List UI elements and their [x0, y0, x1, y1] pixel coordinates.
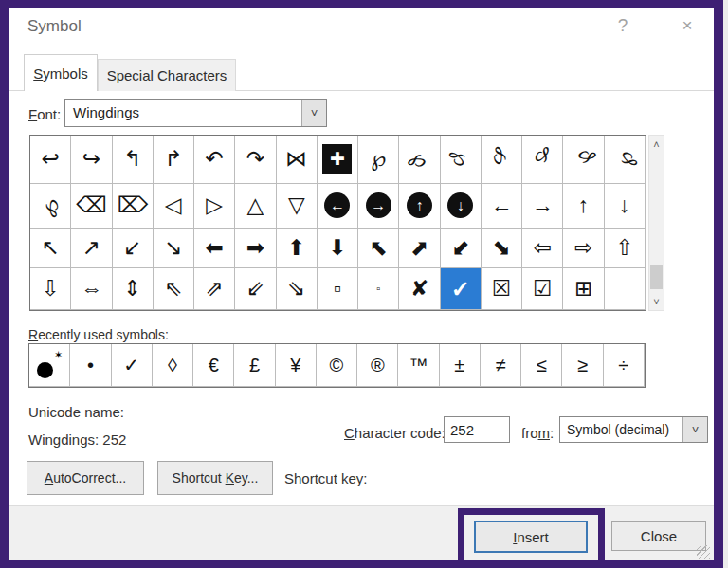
symbol-cell[interactable]: ↩	[30, 136, 71, 184]
recent-symbol-cell[interactable]: £	[234, 344, 275, 387]
unicode-name-label: Unicode name:	[28, 404, 124, 420]
symbol-cell[interactable]: ←	[318, 184, 358, 229]
symbol-cell[interactable]: ⬆	[277, 229, 318, 269]
symbol-cell[interactable]: ⬅	[194, 229, 235, 269]
symbol-cell[interactable]	[605, 268, 646, 310]
symbol-cell[interactable]: ▫	[318, 268, 358, 310]
help-icon[interactable]: ?	[609, 15, 637, 36]
symbol-cell[interactable]: ⇦	[522, 229, 563, 269]
character-code-input[interactable]	[444, 416, 510, 443]
scrollbar-thumb[interactable]	[650, 265, 663, 289]
recent-symbol-cell[interactable]: ≤	[521, 344, 562, 387]
symbol-cell[interactable]: ↖	[30, 229, 71, 269]
symbol-cell[interactable]: ⇨	[563, 229, 604, 269]
symbol-cell[interactable]: ℘	[358, 136, 399, 184]
symbol-cell[interactable]: ↪	[71, 136, 112, 184]
symbol-cell[interactable]: ⇧	[605, 229, 646, 269]
tab-symbols[interactable]: Symbols	[24, 54, 98, 91]
symbol-cell[interactable]: ⇗	[194, 268, 235, 310]
symbol-cell[interactable]: ⬇	[318, 229, 358, 269]
symbol-cell[interactable]: ⇔	[71, 268, 112, 310]
symbol-cell[interactable]: ▽	[277, 184, 318, 229]
windows-logo-symbol[interactable]: ⊞	[563, 268, 604, 310]
recent-symbol-cell[interactable]: ®	[357, 344, 398, 387]
symbol-cell[interactable]: ↓	[605, 184, 646, 229]
symbol-cell[interactable]: ▫	[358, 268, 399, 310]
symbol-cell[interactable]: ℘	[522, 136, 563, 184]
symbol-cell[interactable]: ↶	[194, 136, 235, 184]
recent-symbol-cell[interactable]: ÷	[604, 344, 645, 387]
symbol-cell[interactable]: ↙	[113, 229, 154, 269]
symbol-cell[interactable]: ↰	[113, 136, 154, 184]
symbol-cell[interactable]: ℘	[399, 136, 440, 184]
symbol-cell[interactable]: ↘	[154, 229, 194, 269]
recent-symbol-cell[interactable]: ™	[398, 344, 439, 387]
character-code-label: Character code:	[344, 425, 446, 441]
symbol-cell[interactable]: ↓	[441, 184, 482, 229]
symbol-cell[interactable]: ✘	[399, 268, 440, 310]
symbol-cell[interactable]: ⇕	[113, 268, 154, 310]
symbol-cell[interactable]: ☑	[522, 268, 563, 310]
scroll-down-icon[interactable]: ˅	[649, 296, 664, 307]
symbol-cell[interactable]: ↱	[154, 136, 194, 184]
shortcut-key-button-label: Shortcut Key...	[173, 470, 259, 486]
recent-symbol-cell[interactable]: ±	[440, 344, 481, 387]
selected-checkmark-symbol[interactable]: ✓	[441, 268, 482, 310]
symbol-cell[interactable]: ↑	[563, 184, 604, 229]
autocorrect-button[interactable]: AutoCorrect...	[27, 461, 144, 495]
symbol-cell[interactable]: →	[358, 184, 399, 229]
bowtie-symbol[interactable]: ⋈	[277, 136, 318, 184]
recent-symbol-cell[interactable]: ≥	[562, 344, 603, 387]
symbol-grid-scrollbar[interactable]: ˄ ˅	[648, 135, 664, 311]
bomb-symbol[interactable]	[29, 344, 70, 387]
recent-symbol-cell[interactable]: ©	[317, 344, 357, 387]
symbol-cell[interactable]: ⇘	[277, 268, 318, 310]
symbol-cell[interactable]: ➡	[235, 229, 276, 269]
symbol-cell[interactable]: ↷	[235, 136, 276, 184]
symbol-cell[interactable]: ◁	[154, 184, 194, 229]
symbol-cell[interactable]: ℘	[441, 136, 482, 184]
symbol-cell[interactable]: ℘	[605, 136, 646, 184]
recent-symbol-cell[interactable]: ≠	[481, 344, 521, 387]
recent-symbol-cell[interactable]: •	[70, 344, 111, 387]
close-icon[interactable]: ×	[673, 15, 701, 36]
symbol-cell[interactable]: ☒	[482, 268, 522, 310]
symbol-cell[interactable]: ⌫	[71, 184, 112, 229]
symbol-dialog: Symbol ? × Symbols Special Characters Fo…	[9, 8, 714, 560]
chevron-down-icon[interactable]: ˅	[301, 100, 326, 126]
recently-used-grid: •✓◊€£¥©®™±≠≤≥÷	[28, 343, 646, 388]
symbol-cell[interactable]: ⇩	[30, 268, 71, 310]
tab-special-characters[interactable]: Special Characters	[98, 59, 236, 91]
symbol-cell[interactable]: ℘	[482, 136, 522, 184]
symbol-cell[interactable]: △	[235, 184, 276, 229]
symbol-cell[interactable]: ↗	[71, 229, 112, 269]
symbol-cell[interactable]: ℘	[30, 184, 71, 229]
close-button[interactable]: Close	[611, 521, 706, 551]
symbol-cell[interactable]: ⬉	[358, 229, 399, 269]
symbol-cell[interactable]: ←	[482, 184, 522, 229]
recent-symbol-cell[interactable]: ◊	[153, 344, 193, 387]
recent-symbol-cell[interactable]: ¥	[276, 344, 317, 387]
resize-grip[interactable]	[697, 545, 710, 559]
inverse-quatrefoil-symbol[interactable]: ✚	[318, 136, 358, 184]
scroll-up-icon[interactable]: ˄	[649, 138, 664, 150]
recent-symbol-cell[interactable]: ✓	[112, 344, 153, 387]
symbol-cell[interactable]: ⇙	[235, 268, 276, 310]
symbol-cell[interactable]: ℘	[563, 136, 604, 184]
symbol-cell[interactable]: ⌦	[113, 184, 154, 229]
font-dropdown-value: Wingdings	[73, 104, 139, 120]
symbol-cell[interactable]: →	[522, 184, 563, 229]
symbol-grid: ↩↪↰↱↶↷⋈✚℘℘℘℘℘℘℘℘⌫⌦◁▷△▽←→↑↓←→↑↓↖↗↙↘⬅➡⬆⬇⬉⬈…	[29, 135, 646, 311]
symbol-cell[interactable]: ⬊	[482, 229, 522, 269]
from-dropdown[interactable]: Symbol (decimal) ˅	[559, 416, 708, 443]
autocorrect-button-label: AutoCorrect...	[45, 470, 126, 486]
symbol-cell[interactable]: ⬈	[399, 229, 440, 269]
symbol-cell[interactable]: ▷	[194, 184, 235, 229]
symbol-cell[interactable]: ⬋	[441, 229, 482, 269]
recent-symbol-cell[interactable]: €	[193, 344, 234, 387]
symbol-cell[interactable]: ⇖	[154, 268, 194, 310]
font-dropdown[interactable]: Wingdings ˅	[64, 99, 327, 127]
symbol-cell[interactable]: ↑	[399, 184, 440, 229]
chevron-down-icon[interactable]: ˅	[682, 417, 707, 442]
shortcut-key-button[interactable]: Shortcut Key...	[157, 461, 273, 495]
